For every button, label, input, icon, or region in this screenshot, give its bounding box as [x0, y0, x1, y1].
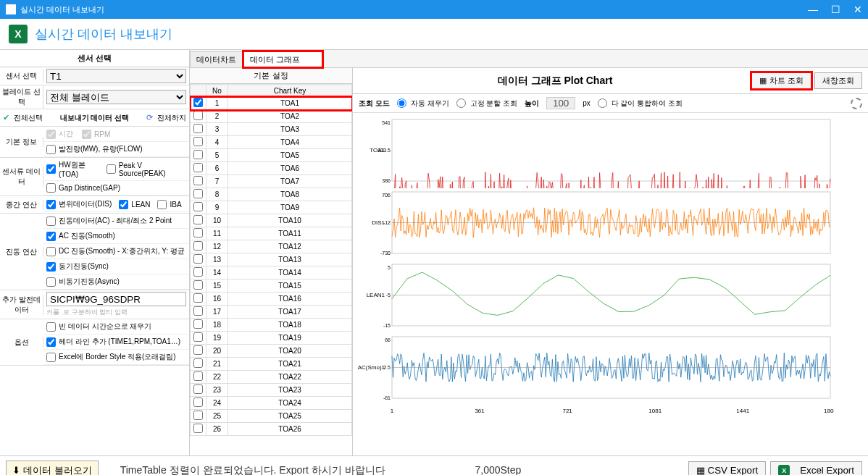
table-row[interactable]: 9TOA9: [191, 201, 352, 214]
checkbox-동기진동(Sync)[interactable]: [46, 262, 56, 272]
table-row[interactable]: 8TOA8: [191, 188, 352, 201]
opt-group-label: 옵션: [0, 337, 43, 348]
all-reset-label[interactable]: 전체하지: [157, 113, 186, 123]
svg-text:2.5: 2.5: [383, 365, 391, 370]
basic-group-label: 기본 정보: [0, 137, 43, 147]
mid-group-label: 중간 연산: [0, 200, 43, 210]
gear-icon[interactable]: [851, 98, 862, 109]
checkbox-변위데이터(DIS)[interactable]: [46, 200, 56, 209]
svg-text:1441: 1441: [736, 408, 749, 414]
table-row[interactable]: 13TOA13: [191, 253, 352, 266]
table-row[interactable]: 12TOA12: [191, 240, 352, 253]
window-title: 실시간 데이터 내보내기: [20, 4, 808, 15]
table-row[interactable]: 15TOA15: [191, 279, 352, 293]
table-row[interactable]: 6TOA6: [191, 162, 352, 175]
table-row[interactable]: 18TOA18: [191, 319, 352, 332]
checkbox-flow[interactable]: [46, 145, 56, 154]
table-row[interactable]: 23TOA23: [191, 384, 352, 397]
checkbox-AC 진동(Smooth)[interactable]: [46, 232, 56, 241]
svg-text:-12: -12: [383, 220, 391, 225]
excel-icon: X: [778, 465, 790, 476]
view-mode-label: 조회 모드: [359, 98, 390, 109]
svg-text:361: 361: [475, 408, 485, 414]
table-row[interactable]: 20TOA20: [191, 345, 352, 358]
tab-data-graph[interactable]: 데이터 그래프: [243, 51, 322, 67]
checkbox-Excel에 Border Style 적용(오래걸림)[interactable]: [46, 353, 56, 362]
table-row[interactable]: 21TOA21: [191, 358, 352, 371]
left-title: 센서 선택: [0, 50, 189, 67]
right-panel: 데이터 그래프 Plot Chart ▦ 차트 조회 새창조회 조회 모드 자동…: [353, 68, 868, 455]
download-icon: ⬇: [12, 465, 20, 475]
table-row[interactable]: 1TOA1: [191, 97, 352, 110]
table-row[interactable]: 10TOA10: [191, 214, 352, 227]
table-row[interactable]: 2TOA2: [191, 110, 352, 123]
checkbox-LEAN[interactable]: [119, 200, 128, 209]
svg-text:721: 721: [562, 408, 572, 414]
checkbox-비동기진동(Async)[interactable]: [46, 277, 56, 287]
svg-text:706: 706: [382, 193, 391, 198]
statusbar: ⬇ 데이터 불러오기 TimeTable 정렬이 완료되었습니다. Export…: [0, 455, 868, 475]
close-button[interactable]: ✕: [854, 4, 862, 15]
tab-data-chart[interactable]: 데이터차트: [190, 51, 243, 67]
checkbox-Peak V Source(PEAK)[interactable]: [107, 164, 116, 174]
app-icon: [6, 4, 16, 14]
checkbox-빈 데이터 시간순으로 채우기[interactable]: [46, 322, 56, 332]
all-select-label[interactable]: 전체선택: [14, 113, 43, 123]
checkbox-헤더 라인 추가 (TIME1,RPM,TOA1…)[interactable]: [46, 337, 56, 347]
status-message: TimeTable 정렬이 완료되었습니다. Export 하시기 바랍니다 7…: [99, 464, 684, 476]
load-data-button[interactable]: ⬇ 데이터 불러오기: [6, 461, 99, 476]
sensor-select[interactable]: T1: [46, 69, 186, 83]
svg-text:-61: -61: [383, 395, 391, 400]
table-row[interactable]: 5TOA5: [191, 149, 352, 162]
charts-area: TOA1386333.5541DIS1-730-12706LEAN1-15-55…: [353, 113, 868, 455]
svg-text:1081: 1081: [648, 408, 662, 414]
table-row[interactable]: 17TOA17: [191, 306, 352, 319]
sensor-group-label: 센서류 데이터: [0, 167, 43, 187]
table-row[interactable]: 19TOA19: [191, 332, 352, 345]
chart-reset-button[interactable]: 새창조회: [814, 72, 862, 89]
excel-export-button[interactable]: X Excel Export: [770, 461, 862, 476]
table-row[interactable]: 24TOA24: [191, 397, 352, 410]
svg-text:1800: 1800: [824, 408, 834, 414]
opt-auto-fill[interactable]: [397, 98, 406, 108]
table-icon: ▦: [696, 465, 705, 475]
svg-text:66: 66: [385, 337, 391, 342]
table-row[interactable]: 22TOA22: [191, 371, 352, 384]
extra-group-label: 추가 발전데이터: [0, 295, 43, 315]
checkbox-IBA[interactable]: [157, 200, 167, 209]
minimize-button[interactable]: —: [808, 4, 818, 15]
svg-text:333.5: 333.5: [377, 148, 391, 153]
checkbox-진동데이터(AC) - 최대/최소 2 Point[interactable]: [46, 217, 56, 226]
chart-title: 데이터 그래프 Plot Chart: [359, 75, 751, 88]
table-row[interactable]: 7TOA7: [191, 175, 352, 188]
table-row[interactable]: 11TOA11: [191, 227, 352, 240]
svg-rect-4: [392, 119, 830, 181]
checkbox-gap[interactable]: [46, 183, 56, 193]
table-row[interactable]: 4TOA4: [191, 136, 352, 149]
extra-input[interactable]: [46, 292, 186, 306]
col-key: Chart Key: [228, 85, 352, 97]
table-row[interactable]: 25TOA25: [191, 410, 352, 423]
chart-AC(Smo)1: AC(Smo)1-612.566: [356, 333, 834, 405]
table-row[interactable]: 16TOA16: [191, 293, 352, 306]
height-input: [546, 97, 575, 109]
blade-label: 블레이드 선택: [0, 85, 43, 109]
blade-select[interactable]: 전체 블레이드: [46, 90, 186, 104]
refresh-icon: ⟳: [146, 113, 153, 122]
table-row[interactable]: 3TOA3: [191, 123, 352, 136]
opt-merge-all[interactable]: [598, 98, 607, 108]
sensor-label: 센서 선택: [0, 70, 43, 83]
opt-fixed-split[interactable]: [456, 98, 466, 108]
excel-icon: X: [9, 25, 28, 43]
table-row[interactable]: 26TOA26: [191, 423, 352, 436]
table-row[interactable]: 14TOA14: [191, 266, 352, 279]
csv-export-button[interactable]: ▦ CSV Export: [688, 461, 767, 475]
chart-icon: ▦: [759, 76, 767, 85]
checkbox-DC 진동(Smooth) - X:중간위치, Y: 평균[interactable]: [46, 247, 56, 256]
svg-text:386: 386: [382, 178, 391, 183]
height-label: 높이: [525, 98, 539, 109]
extra-hint: 커플 .로 구분하여 멀티 입력: [46, 306, 186, 317]
chart-view-button[interactable]: ▦ 차트 조회: [751, 72, 811, 89]
maximize-button[interactable]: ☐: [831, 4, 840, 15]
checkbox-HW원본(TOA)[interactable]: [46, 164, 56, 174]
